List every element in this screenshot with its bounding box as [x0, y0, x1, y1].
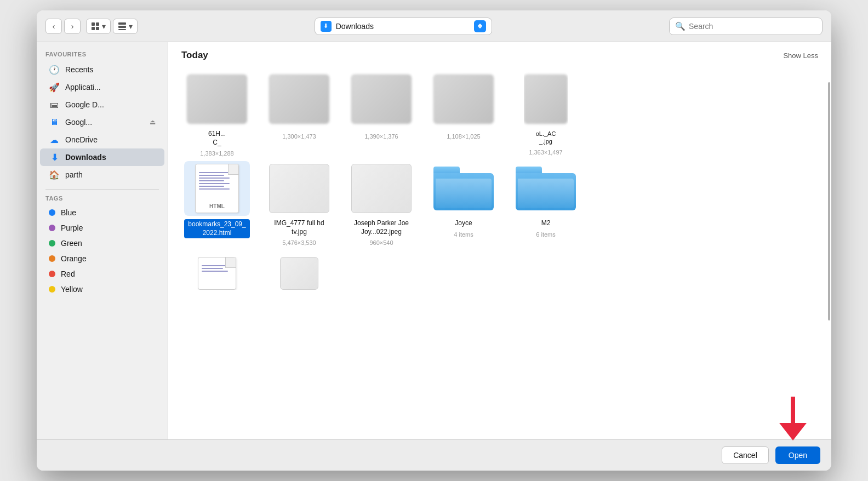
sidebar-item-label: Google D...	[65, 100, 104, 109]
sidebar-item-green[interactable]: Green	[40, 236, 164, 251]
back-button[interactable]: ‹	[45, 19, 62, 34]
file-thumbnail	[351, 164, 412, 213]
google-mounted-icon: 🖥	[49, 117, 60, 128]
red-tag-dot	[49, 271, 55, 277]
downloads-icon: ⬇	[49, 152, 60, 163]
doc-line	[199, 183, 230, 184]
sidebar-item-label: Downloads	[65, 153, 106, 162]
doc-line	[199, 172, 230, 173]
parth-icon: 🏠	[49, 169, 60, 180]
list-view-button[interactable]: ▾	[113, 19, 138, 34]
file-item-partial[interactable]	[181, 257, 253, 290]
file-type-badge: HTML	[209, 203, 225, 209]
doc-line	[199, 186, 224, 187]
file-meta: 1,363×1,497	[529, 149, 562, 156]
file-item[interactable]: 61H...C_ 1,383×1,288	[181, 72, 253, 157]
sidebar: Favourites 🕐 Recents 🚀 Applicati... 🖴 Go…	[37, 42, 168, 439]
doc-lines	[199, 172, 235, 190]
file-meta: 1,390×1,376	[364, 133, 398, 140]
doc-line	[199, 188, 230, 190]
doc-line	[202, 268, 223, 269]
folder-body	[516, 173, 576, 210]
tag-label: Blue	[61, 208, 76, 217]
tag-label: Yellow	[61, 285, 83, 294]
file-item[interactable]: 1,300×1,473	[264, 72, 335, 157]
file-thumb-wrap	[184, 72, 250, 127]
file-name: 61H...C_	[208, 130, 226, 147]
sidebar-item-google-drive[interactable]: 🖴 Google D...	[40, 96, 164, 113]
show-less-button[interactable]: Show Less	[783, 51, 818, 60]
sidebar-item-yellow[interactable]: Yellow	[40, 282, 164, 297]
recents-icon: 🕐	[49, 64, 60, 75]
grid-view-button[interactable]: ▾	[86, 19, 111, 34]
file-item-folder-m2[interactable]: M2 6 items	[510, 161, 581, 246]
sidebar-item-purple[interactable]: Purple	[40, 220, 164, 236]
top-files-grid: 61H...C_ 1,383×1,288 1,300×1,473	[168, 66, 831, 157]
file-meta: 1,108×1,025	[447, 133, 480, 140]
file-meta: 5,476×3,530	[282, 239, 316, 246]
purple-tag-dot	[49, 225, 55, 231]
file-item-img2[interactable]: Joseph Parker Joe Joy...022.jpeg 960×540	[346, 161, 417, 246]
section-title: Today	[181, 50, 208, 61]
scrollbar-track[interactable]	[827, 42, 831, 439]
tag-label: Orange	[61, 254, 87, 263]
sidebar-item-recents[interactable]: 🕐 Recents	[40, 61, 164, 78]
open-button[interactable]: Open	[775, 446, 820, 464]
html-doc-icon: HTML	[195, 164, 239, 213]
file-thumb-wrap	[513, 161, 579, 216]
file-item[interactable]: 1,390×1,376	[346, 72, 417, 157]
folder-inner	[436, 179, 492, 208]
sidebar-item-google-mounted[interactable]: 🖥 Googl... ⏏	[40, 113, 164, 131]
svg-rect-3	[96, 27, 99, 30]
sidebar-item-label: OneDrive	[65, 135, 98, 144]
file-item-img1[interactable]: IMG_4777 full hd tv.jpg 5,476×3,530	[264, 161, 335, 246]
forward-button[interactable]: ›	[64, 19, 81, 34]
file-thumb-wrap	[266, 72, 332, 127]
svg-rect-1	[96, 22, 99, 26]
sidebar-item-downloads[interactable]: ⬇ Downloads	[40, 148, 164, 166]
file-item-partial-img[interactable]	[264, 257, 335, 290]
sidebar-item-label: Googl...	[65, 118, 92, 127]
scrollbar-thumb[interactable]	[828, 82, 830, 320]
search-box: 🔍	[669, 18, 823, 35]
tag-label: Red	[61, 270, 75, 278]
green-tag-dot	[49, 240, 55, 247]
toolbar: ‹ › ▾ ▾	[37, 10, 831, 42]
chevron-down-icon-2: ▾	[129, 22, 133, 31]
chevron-down-icon: ▾	[102, 22, 106, 31]
folder-icon	[433, 167, 494, 210]
search-input[interactable]	[689, 22, 816, 31]
cancel-button[interactable]: Cancel	[722, 446, 769, 464]
extra-files-grid	[168, 255, 831, 299]
eject-icon[interactable]: ⏏	[150, 118, 156, 126]
file-item-html[interactable]: HTML bookmarks_23_09_2022.html	[181, 161, 253, 246]
svg-rect-5	[118, 26, 126, 28]
nav-buttons: ‹ ›	[45, 19, 81, 34]
sidebar-item-applications[interactable]: 🚀 Applicati...	[40, 78, 164, 96]
file-item-folder-joyce[interactable]: Joyce 4 items	[428, 161, 499, 246]
doc-line	[202, 271, 228, 272]
location-arrows[interactable]	[474, 20, 486, 32]
file-meta: 6 items	[536, 231, 555, 238]
file-meta: 4 items	[454, 231, 473, 238]
file-name: oL._AC_.jpg	[536, 130, 556, 146]
sidebar-item-parth[interactable]: 🏠 parth	[40, 166, 164, 184]
onedrive-icon: ☁	[49, 134, 60, 145]
sidebar-item-onedrive[interactable]: ☁ OneDrive	[40, 131, 164, 148]
orange-tag-dot	[49, 255, 55, 262]
sidebar-item-label: parth	[65, 170, 83, 179]
file-name: Joseph Parker Joe Joy...022.jpeg	[349, 219, 414, 236]
folder-icon	[516, 167, 576, 210]
doc-line	[202, 265, 228, 266]
sidebar-item-red[interactable]: Red	[40, 266, 164, 282]
file-item[interactable]: 1,108×1,025	[428, 72, 499, 157]
file-name: Joyce	[455, 219, 472, 228]
file-item[interactable]: oL._AC_.jpg 1,363×1,497	[510, 72, 581, 157]
tag-label: Green	[61, 239, 82, 248]
file-thumbnail	[187, 75, 247, 124]
doc-icon-partial	[198, 257, 236, 290]
file-thumbnail	[269, 164, 329, 213]
sidebar-item-blue[interactable]: Blue	[40, 205, 164, 220]
sidebar-item-orange[interactable]: Orange	[40, 251, 164, 266]
file-name: M2	[541, 219, 551, 228]
